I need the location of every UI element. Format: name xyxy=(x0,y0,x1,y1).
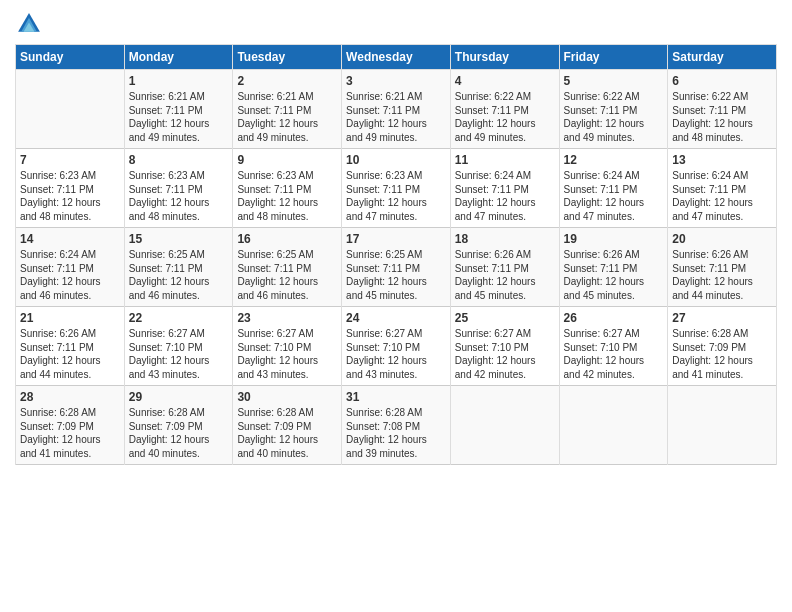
day-number: 14 xyxy=(20,232,120,246)
cell-info: Sunrise: 6:24 AMSunset: 7:11 PMDaylight:… xyxy=(564,170,645,222)
day-number: 20 xyxy=(672,232,772,246)
cell-info: Sunrise: 6:24 AMSunset: 7:11 PMDaylight:… xyxy=(20,249,101,301)
day-number: 17 xyxy=(346,232,446,246)
cell-info: Sunrise: 6:21 AMSunset: 7:11 PMDaylight:… xyxy=(237,91,318,143)
header-tuesday: Tuesday xyxy=(233,45,342,70)
calendar-cell: 7Sunrise: 6:23 AMSunset: 7:11 PMDaylight… xyxy=(16,149,125,228)
day-number: 11 xyxy=(455,153,555,167)
day-number: 4 xyxy=(455,74,555,88)
cell-info: Sunrise: 6:25 AMSunset: 7:11 PMDaylight:… xyxy=(346,249,427,301)
calendar-cell: 6Sunrise: 6:22 AMSunset: 7:11 PMDaylight… xyxy=(668,70,777,149)
calendar-cell: 13Sunrise: 6:24 AMSunset: 7:11 PMDayligh… xyxy=(668,149,777,228)
calendar-cell xyxy=(16,70,125,149)
day-number: 26 xyxy=(564,311,664,325)
header-row: SundayMondayTuesdayWednesdayThursdayFrid… xyxy=(16,45,777,70)
cell-info: Sunrise: 6:25 AMSunset: 7:11 PMDaylight:… xyxy=(129,249,210,301)
week-row-2: 14Sunrise: 6:24 AMSunset: 7:11 PMDayligh… xyxy=(16,228,777,307)
calendar-cell: 28Sunrise: 6:28 AMSunset: 7:09 PMDayligh… xyxy=(16,386,125,465)
cell-info: Sunrise: 6:28 AMSunset: 7:09 PMDaylight:… xyxy=(237,407,318,459)
calendar-table: SundayMondayTuesdayWednesdayThursdayFrid… xyxy=(15,44,777,465)
cell-info: Sunrise: 6:26 AMSunset: 7:11 PMDaylight:… xyxy=(20,328,101,380)
day-number: 13 xyxy=(672,153,772,167)
week-row-4: 28Sunrise: 6:28 AMSunset: 7:09 PMDayligh… xyxy=(16,386,777,465)
week-row-1: 7Sunrise: 6:23 AMSunset: 7:11 PMDaylight… xyxy=(16,149,777,228)
header-wednesday: Wednesday xyxy=(342,45,451,70)
cell-info: Sunrise: 6:23 AMSunset: 7:11 PMDaylight:… xyxy=(129,170,210,222)
calendar-cell: 24Sunrise: 6:27 AMSunset: 7:10 PMDayligh… xyxy=(342,307,451,386)
cell-info: Sunrise: 6:24 AMSunset: 7:11 PMDaylight:… xyxy=(455,170,536,222)
calendar-cell: 11Sunrise: 6:24 AMSunset: 7:11 PMDayligh… xyxy=(450,149,559,228)
cell-info: Sunrise: 6:26 AMSunset: 7:11 PMDaylight:… xyxy=(672,249,753,301)
day-number: 25 xyxy=(455,311,555,325)
day-number: 29 xyxy=(129,390,229,404)
cell-info: Sunrise: 6:23 AMSunset: 7:11 PMDaylight:… xyxy=(346,170,427,222)
cell-info: Sunrise: 6:21 AMSunset: 7:11 PMDaylight:… xyxy=(346,91,427,143)
day-number: 15 xyxy=(129,232,229,246)
cell-info: Sunrise: 6:21 AMSunset: 7:11 PMDaylight:… xyxy=(129,91,210,143)
calendar-cell: 17Sunrise: 6:25 AMSunset: 7:11 PMDayligh… xyxy=(342,228,451,307)
week-row-0: 1Sunrise: 6:21 AMSunset: 7:11 PMDaylight… xyxy=(16,70,777,149)
cell-info: Sunrise: 6:28 AMSunset: 7:09 PMDaylight:… xyxy=(20,407,101,459)
calendar-cell: 1Sunrise: 6:21 AMSunset: 7:11 PMDaylight… xyxy=(124,70,233,149)
day-number: 1 xyxy=(129,74,229,88)
header-sunday: Sunday xyxy=(16,45,125,70)
calendar-cell: 5Sunrise: 6:22 AMSunset: 7:11 PMDaylight… xyxy=(559,70,668,149)
header-saturday: Saturday xyxy=(668,45,777,70)
calendar-cell: 12Sunrise: 6:24 AMSunset: 7:11 PMDayligh… xyxy=(559,149,668,228)
header-thursday: Thursday xyxy=(450,45,559,70)
day-number: 27 xyxy=(672,311,772,325)
cell-info: Sunrise: 6:27 AMSunset: 7:10 PMDaylight:… xyxy=(455,328,536,380)
day-number: 21 xyxy=(20,311,120,325)
day-number: 31 xyxy=(346,390,446,404)
day-number: 9 xyxy=(237,153,337,167)
cell-info: Sunrise: 6:28 AMSunset: 7:09 PMDaylight:… xyxy=(129,407,210,459)
logo-icon xyxy=(15,10,43,38)
cell-info: Sunrise: 6:25 AMSunset: 7:11 PMDaylight:… xyxy=(237,249,318,301)
calendar-cell: 20Sunrise: 6:26 AMSunset: 7:11 PMDayligh… xyxy=(668,228,777,307)
day-number: 12 xyxy=(564,153,664,167)
cell-info: Sunrise: 6:26 AMSunset: 7:11 PMDaylight:… xyxy=(455,249,536,301)
cell-info: Sunrise: 6:24 AMSunset: 7:11 PMDaylight:… xyxy=(672,170,753,222)
cell-info: Sunrise: 6:22 AMSunset: 7:11 PMDaylight:… xyxy=(564,91,645,143)
calendar-cell: 14Sunrise: 6:24 AMSunset: 7:11 PMDayligh… xyxy=(16,228,125,307)
calendar-cell: 18Sunrise: 6:26 AMSunset: 7:11 PMDayligh… xyxy=(450,228,559,307)
day-number: 19 xyxy=(564,232,664,246)
day-number: 23 xyxy=(237,311,337,325)
cell-info: Sunrise: 6:27 AMSunset: 7:10 PMDaylight:… xyxy=(129,328,210,380)
cell-info: Sunrise: 6:22 AMSunset: 7:11 PMDaylight:… xyxy=(672,91,753,143)
day-number: 18 xyxy=(455,232,555,246)
day-number: 3 xyxy=(346,74,446,88)
calendar-cell: 25Sunrise: 6:27 AMSunset: 7:10 PMDayligh… xyxy=(450,307,559,386)
header xyxy=(15,10,777,38)
cell-info: Sunrise: 6:28 AMSunset: 7:09 PMDaylight:… xyxy=(672,328,753,380)
calendar-cell: 8Sunrise: 6:23 AMSunset: 7:11 PMDaylight… xyxy=(124,149,233,228)
header-friday: Friday xyxy=(559,45,668,70)
calendar-cell: 21Sunrise: 6:26 AMSunset: 7:11 PMDayligh… xyxy=(16,307,125,386)
cell-info: Sunrise: 6:23 AMSunset: 7:11 PMDaylight:… xyxy=(237,170,318,222)
calendar-cell: 23Sunrise: 6:27 AMSunset: 7:10 PMDayligh… xyxy=(233,307,342,386)
day-number: 16 xyxy=(237,232,337,246)
calendar-cell: 3Sunrise: 6:21 AMSunset: 7:11 PMDaylight… xyxy=(342,70,451,149)
calendar-cell: 19Sunrise: 6:26 AMSunset: 7:11 PMDayligh… xyxy=(559,228,668,307)
calendar-cell: 4Sunrise: 6:22 AMSunset: 7:11 PMDaylight… xyxy=(450,70,559,149)
calendar-cell: 27Sunrise: 6:28 AMSunset: 7:09 PMDayligh… xyxy=(668,307,777,386)
day-number: 8 xyxy=(129,153,229,167)
cell-info: Sunrise: 6:22 AMSunset: 7:11 PMDaylight:… xyxy=(455,91,536,143)
day-number: 22 xyxy=(129,311,229,325)
calendar-cell: 29Sunrise: 6:28 AMSunset: 7:09 PMDayligh… xyxy=(124,386,233,465)
logo xyxy=(15,10,47,38)
calendar-cell: 22Sunrise: 6:27 AMSunset: 7:10 PMDayligh… xyxy=(124,307,233,386)
calendar-cell: 30Sunrise: 6:28 AMSunset: 7:09 PMDayligh… xyxy=(233,386,342,465)
cell-info: Sunrise: 6:27 AMSunset: 7:10 PMDaylight:… xyxy=(564,328,645,380)
calendar-cell: 16Sunrise: 6:25 AMSunset: 7:11 PMDayligh… xyxy=(233,228,342,307)
calendar-cell: 31Sunrise: 6:28 AMSunset: 7:08 PMDayligh… xyxy=(342,386,451,465)
day-number: 2 xyxy=(237,74,337,88)
day-number: 10 xyxy=(346,153,446,167)
calendar-cell: 26Sunrise: 6:27 AMSunset: 7:10 PMDayligh… xyxy=(559,307,668,386)
calendar-cell: 15Sunrise: 6:25 AMSunset: 7:11 PMDayligh… xyxy=(124,228,233,307)
calendar-cell xyxy=(668,386,777,465)
cell-info: Sunrise: 6:26 AMSunset: 7:11 PMDaylight:… xyxy=(564,249,645,301)
calendar-cell: 10Sunrise: 6:23 AMSunset: 7:11 PMDayligh… xyxy=(342,149,451,228)
calendar-page: SundayMondayTuesdayWednesdayThursdayFrid… xyxy=(0,0,792,612)
day-number: 28 xyxy=(20,390,120,404)
